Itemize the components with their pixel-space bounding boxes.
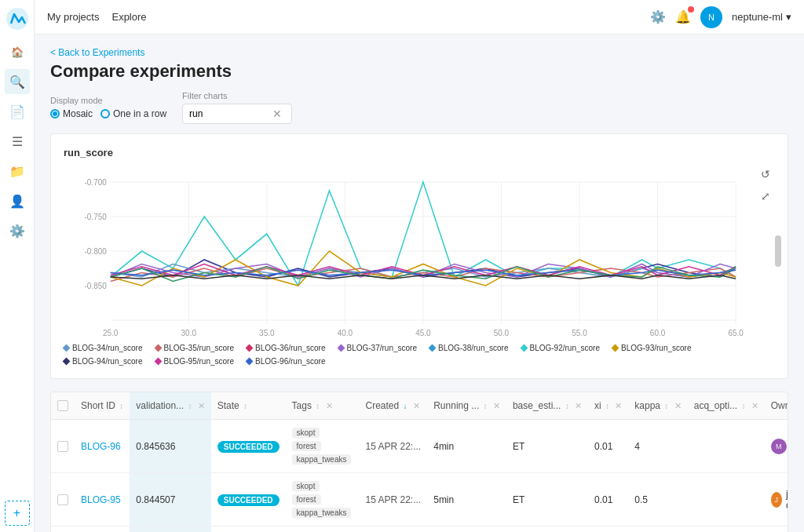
- cell-state: SUCCEEDED: [211, 420, 286, 473]
- th-kappa[interactable]: kappa ↕ ✕: [628, 392, 687, 420]
- select-all-checkbox[interactable]: [57, 400, 68, 411]
- col-close-acq-opti[interactable]: ✕: [751, 401, 758, 410]
- legend-blog94[interactable]: BLOG-94/run_score: [64, 357, 143, 366]
- th-running[interactable]: Running ... ↕ ✕: [427, 392, 506, 420]
- cell-base-esti: ET: [506, 473, 588, 527]
- sidebar: 🏠 🔍 📄 ☰ 📁 👤 ⚙️ +: [0, 0, 35, 532]
- cell-checkbox: [51, 420, 75, 473]
- topnav-right: ⚙️ 🔔 N neptune-ml ▾: [650, 6, 791, 28]
- sidebar-item-add[interactable]: +: [5, 501, 30, 526]
- cell-validation: 0.844507: [130, 473, 210, 527]
- th-tags[interactable]: Tags ↕ ✕: [286, 392, 360, 420]
- nav-links: My projects Explore: [47, 8, 147, 26]
- table-row: BLOG-95 0.844507 SUCCEEDED skoptforestka…: [51, 473, 788, 527]
- cell-kappa: 0.5: [628, 473, 687, 527]
- chart-zoom-icon[interactable]: ⤢: [756, 187, 775, 206]
- short-id-link[interactable]: BLOG-96: [81, 441, 121, 452]
- nav-explore[interactable]: Explore: [111, 8, 146, 26]
- th-owner[interactable]: Owner ↕ ✕: [765, 392, 788, 420]
- chart-reset-icon[interactable]: ↺: [756, 165, 775, 184]
- table-body: BLOG-96 0.845636 SUCCEEDED skoptforestka…: [51, 420, 788, 533]
- svg-text:-0.700: -0.700: [85, 178, 107, 188]
- legend-blog34[interactable]: BLOG-34/run_score: [64, 344, 143, 352]
- settings-icon[interactable]: ⚙️: [650, 9, 666, 24]
- svg-text:50.0: 50.0: [494, 328, 510, 337]
- legend-blog36[interactable]: BLOG-36/run_score: [247, 344, 326, 352]
- short-id-link[interactable]: BLOG-95: [81, 494, 121, 505]
- th-acq-opti[interactable]: acq_opti... ↕ ✕: [688, 392, 765, 420]
- legend-blog93[interactable]: BLOG-93/run_score: [612, 344, 692, 352]
- user-menu[interactable]: neptune-ml ▾: [732, 11, 791, 23]
- th-short-id[interactable]: Short ID ↕: [75, 392, 130, 420]
- cell-short-id: BLOG-96: [75, 420, 130, 473]
- legend-blog37-label: BLOG-37/run_score: [347, 344, 418, 352]
- page-title: Compare experiments: [50, 61, 788, 82]
- cell-checkbox: [51, 527, 75, 533]
- filter-charts-clear-icon[interactable]: ✕: [272, 107, 282, 120]
- col-close-created[interactable]: ✕: [413, 401, 420, 410]
- main-area: My projects Explore ⚙️ 🔔 N neptune-ml ▾ …: [35, 0, 804, 532]
- user-name: neptune-ml: [732, 11, 783, 23]
- cell-xi: 0.01: [588, 527, 628, 533]
- cell-base-esti: ET: [506, 527, 588, 533]
- owner-avatar: M: [771, 439, 787, 454]
- legend-blog38[interactable]: BLOG-38/run_score: [429, 344, 509, 352]
- sidebar-item-users[interactable]: 👤: [5, 188, 30, 213]
- sort-icon-kappa: ↕: [664, 402, 668, 410]
- state-badge: SUCCEEDED: [217, 441, 280, 453]
- sidebar-item-files[interactable]: 📁: [5, 159, 30, 184]
- row-checkbox[interactable]: [57, 494, 68, 505]
- col-close-base-esti[interactable]: ✕: [575, 401, 582, 410]
- back-link[interactable]: < Back to Experiments: [50, 47, 788, 58]
- notifications-icon[interactable]: 🔔: [675, 9, 691, 24]
- cell-acq-opti: [688, 420, 765, 473]
- sidebar-item-settings[interactable]: ⚙️: [5, 218, 30, 243]
- cell-acq-opti: [688, 473, 765, 527]
- legend-blog96[interactable]: BLOG-96/run_score: [247, 357, 326, 366]
- radio-mosaic-label: Mosaic: [63, 108, 93, 119]
- svg-text:-0.850: -0.850: [85, 282, 107, 291]
- sort-icon-validation: ↕: [188, 402, 192, 410]
- th-state[interactable]: State ↕: [211, 392, 286, 420]
- nav-my-projects[interactable]: My projects: [47, 8, 99, 26]
- th-xi[interactable]: xi ↕ ✕: [588, 392, 628, 420]
- legend-blog92-label: BLOG-92/run_score: [530, 344, 601, 352]
- legend-blog35[interactable]: BLOG-35/run_score: [155, 344, 235, 352]
- sort-icon-xi: ↕: [605, 402, 609, 410]
- chart-title: run_score: [64, 147, 775, 159]
- col-close-validation[interactable]: ✕: [198, 401, 205, 410]
- cell-running: 5min: [427, 473, 506, 527]
- legend-blog37[interactable]: BLOG-37/run_score: [338, 344, 418, 352]
- sidebar-item-docs[interactable]: 📄: [5, 99, 30, 124]
- col-close-kappa[interactable]: ✕: [674, 401, 682, 410]
- controls-row: Display mode Mosaic One in a row Filter …: [50, 91, 788, 124]
- col-close-tags[interactable]: ✕: [326, 401, 333, 410]
- svg-text:60.0: 60.0: [650, 328, 666, 337]
- col-close-running[interactable]: ✕: [493, 401, 500, 410]
- radio-one-in-a-row[interactable]: One in a row: [100, 108, 166, 119]
- user-avatar[interactable]: N: [700, 6, 722, 28]
- legend-blog95[interactable]: BLOG-95/run_score: [155, 357, 235, 366]
- radio-one-in-a-row-dot: [100, 109, 110, 118]
- tags-container: skoptforestkappa_tweaks: [292, 427, 353, 465]
- th-validation[interactable]: validation... ↕ ✕: [130, 392, 210, 420]
- row-checkbox[interactable]: [57, 441, 68, 452]
- top-nav: My projects Explore ⚙️ 🔔 N neptune-ml ▾: [35, 0, 804, 35]
- app-logo[interactable]: [5, 6, 30, 31]
- col-close-xi[interactable]: ✕: [615, 401, 622, 410]
- sidebar-item-data[interactable]: ☰: [5, 129, 30, 154]
- legend-blog94-label: BLOG-94/run_score: [72, 357, 143, 366]
- legend-blog92[interactable]: BLOG-92/run_score: [521, 344, 601, 352]
- cell-created: 15 APR 22:...: [359, 420, 427, 473]
- th-created[interactable]: Created ↓ ✕: [359, 392, 427, 420]
- sidebar-item-search[interactable]: 🔍: [5, 69, 30, 94]
- th-checkbox: [51, 392, 75, 420]
- chart-svg: -0.700 -0.750 -0.800 -0.850 25.0 30.0 35…: [64, 165, 751, 337]
- owner-name: jakub-czakon: [786, 489, 788, 511]
- cell-short-id: BLOG-95: [75, 473, 130, 527]
- svg-text:55.0: 55.0: [572, 328, 587, 337]
- radio-mosaic[interactable]: Mosaic: [50, 108, 93, 119]
- filter-charts-input[interactable]: run: [189, 108, 268, 119]
- sidebar-item-home[interactable]: 🏠: [5, 39, 30, 64]
- th-base-esti[interactable]: base_esti... ↕ ✕: [506, 392, 588, 420]
